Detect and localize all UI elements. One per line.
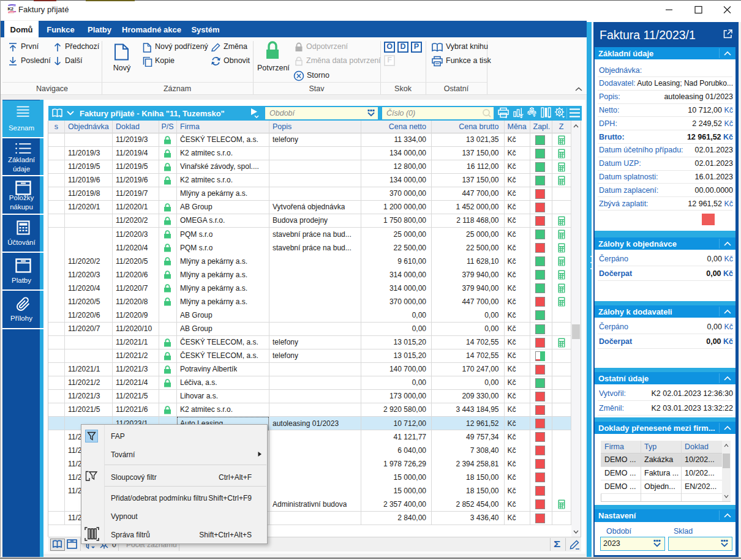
- svg-text:K2: K2: [8, 6, 13, 12]
